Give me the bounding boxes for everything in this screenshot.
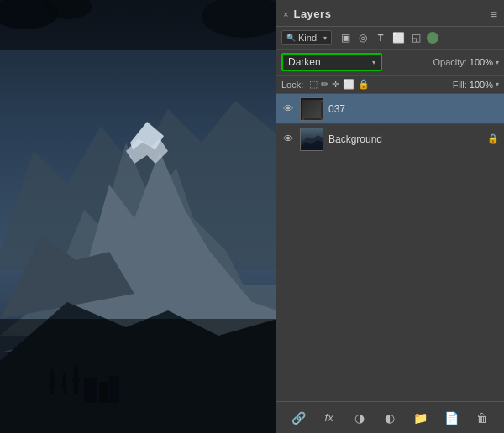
svg-line-29: [302, 100, 323, 120]
lock-position-icon[interactable]: ✛: [332, 79, 339, 90]
svg-rect-22: [301, 98, 323, 121]
link-layers-button[interactable]: 🔗: [289, 411, 307, 425]
layer-name-background: Background: [328, 133, 482, 145]
new-fill-layer-button[interactable]: ◑: [350, 411, 369, 425]
filter-text-icon[interactable]: T: [374, 33, 387, 43]
bottom-toolbar: 🔗 fx ◑ ◐ 📁 📄 🗑: [276, 401, 504, 433]
delete-layer-button[interactable]: 🗑: [473, 411, 491, 425]
panel-header: × Layers ≡: [276, 0, 504, 27]
panel-title: Layers: [293, 8, 331, 20]
layer-thumbnail-background: [300, 128, 323, 151]
filter-pixel-icon[interactable]: ▣: [339, 32, 352, 44]
filter-smart-icon[interactable]: ◱: [409, 32, 423, 44]
filter-kind-arrow: ▾: [323, 34, 327, 42]
lock-all-icon[interactable]: 🔒: [358, 79, 370, 90]
new-adjustment-layer-button[interactable]: ◐: [381, 411, 399, 425]
opacity-arrow[interactable]: ▾: [496, 59, 499, 66]
lock-transparency-icon[interactable]: ⬚: [309, 79, 318, 90]
filter-shape-icon[interactable]: ⬜: [391, 32, 405, 44]
new-group-button[interactable]: 📁: [412, 411, 430, 425]
svg-rect-25: [313, 102, 321, 109]
blend-opacity-row: Darken ▾ Opacity: 100% ▾: [276, 50, 504, 76]
new-layer-button[interactable]: 📄: [442, 411, 460, 425]
opacity-control: Opacity: 100% ▾: [433, 57, 500, 67]
lock-icons-group: ⬚ ✏ ✛ ⬜ 🔒: [309, 79, 370, 90]
fill-arrow[interactable]: ▾: [496, 81, 499, 88]
opacity-label: Opacity:: [433, 57, 467, 67]
layer-item-037[interactable]: 👁 037: [276, 94, 504, 124]
blend-mode-arrow: ▾: [372, 59, 375, 66]
layers-panel: × Layers ≡ 🔍 Kind ▾ ▣ ◎ T ⬜ ◱ Darken ▾ O…: [276, 0, 504, 433]
layer-visibility-background[interactable]: 👁: [281, 133, 295, 145]
panel-menu-button[interactable]: ≡: [491, 8, 497, 20]
lock-artboard-icon[interactable]: ⬜: [343, 79, 354, 90]
svg-line-28: [302, 100, 323, 120]
lock-pixels-icon[interactable]: ✏: [321, 79, 328, 90]
lock-fill-row: Lock: ⬚ ✏ ✛ ⬜ 🔒 Fill: 100% ▾: [276, 76, 504, 94]
layer-lock-badge-background: 🔒: [487, 133, 499, 144]
mountain-svg: [0, 0, 277, 433]
svg-rect-26: [304, 111, 312, 118]
search-icon: 🔍: [286, 34, 296, 42]
filter-toolbar: 🔍 Kind ▾ ▣ ◎ T ⬜ ◱: [276, 27, 504, 50]
layer-name-037: 037: [328, 103, 499, 115]
layer-visibility-037[interactable]: 👁: [281, 102, 295, 115]
layer-fx-button[interactable]: fx: [320, 411, 339, 424]
filter-adjustment-icon[interactable]: ◎: [356, 32, 370, 44]
svg-rect-23: [302, 100, 323, 120]
lock-label: Lock:: [281, 80, 303, 90]
blend-mode-dropdown[interactable]: Darken ▾: [281, 53, 382, 71]
panel-header-left: × Layers: [283, 8, 331, 20]
layer-item-background[interactable]: 👁 Background 🔒: [276, 124, 504, 154]
fill-value[interactable]: 100%: [470, 80, 493, 90]
svg-rect-21: [0, 319, 277, 433]
svg-rect-27: [313, 111, 321, 118]
close-panel-button[interactable]: ×: [283, 9, 288, 19]
filter-kind-dropdown[interactable]: 🔍 Kind ▾: [281, 30, 332, 45]
filter-icons: ▣ ◎ T ⬜ ◱: [339, 32, 438, 44]
svg-rect-24: [304, 102, 312, 109]
fill-control: Fill: 100% ▾: [453, 80, 499, 90]
filter-toggle-circle[interactable]: [427, 32, 438, 44]
filter-kind-label: Kind: [298, 33, 321, 43]
canvas-area: [0, 0, 277, 433]
blend-mode-value: Darken: [288, 56, 372, 68]
opacity-value[interactable]: 100%: [470, 57, 493, 67]
layers-list: 👁 037 👁: [276, 94, 504, 401]
fill-label: Fill:: [453, 80, 467, 90]
layer-thumbnail-037: [300, 97, 323, 121]
